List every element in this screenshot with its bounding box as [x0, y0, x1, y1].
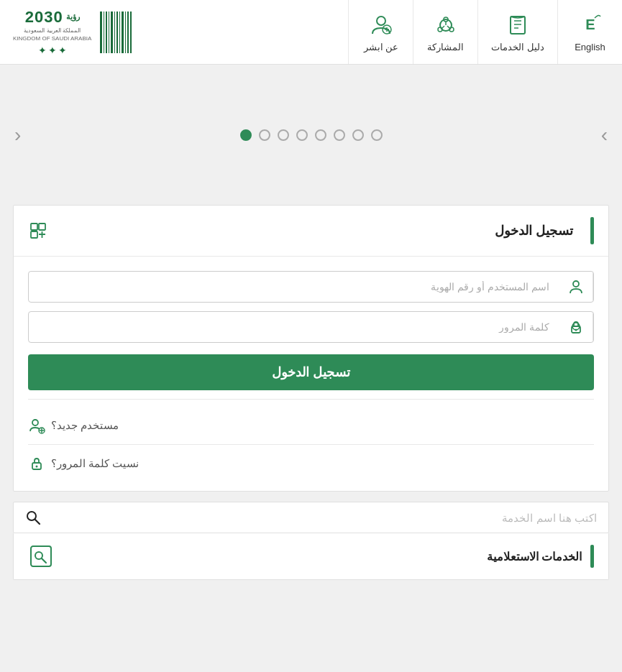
english-icon: E [577, 11, 604, 39]
user-icon [559, 272, 593, 302]
svg-text:E: E [585, 17, 595, 32]
new-user-link[interactable]: مستخدم جديد؟ [28, 413, 594, 438]
svg-point-31 [573, 281, 579, 287]
slider-dot-3[interactable] [334, 129, 345, 141]
new-user-text: مستخدم جديد؟ [51, 419, 119, 432]
svg-rect-0 [100, 11, 102, 53]
new-user-icon [28, 417, 45, 434]
svg-line-22 [447, 26, 449, 28]
search-button[interactable] [25, 510, 41, 525]
username-input[interactable] [29, 272, 559, 301]
svg-rect-29 [39, 224, 45, 230]
search-input[interactable] [48, 512, 597, 524]
slider-next-button[interactable]: › [594, 116, 615, 154]
svg-point-12 [377, 17, 385, 25]
svg-point-41 [27, 512, 36, 520]
slider-dot-6[interactable] [278, 129, 289, 141]
svg-point-35 [32, 420, 38, 425]
services-search-icon [28, 543, 54, 569]
nav-english[interactable]: E English [557, 0, 622, 64]
svg-line-21 [442, 26, 444, 28]
slider-dot-8[interactable] [240, 129, 252, 141]
slider-dots [240, 129, 383, 141]
absher-logo [99, 11, 133, 54]
slider-dot-4[interactable] [315, 129, 326, 141]
login-card-header: تسجيل الدخول [14, 206, 608, 257]
slider-section: ‹ › [0, 65, 622, 205]
login-card: تسجيل الدخول [13, 205, 609, 492]
login-card-body: تسجيل الدخول مستخدم جديد؟ نسيت كلمة الم [14, 257, 608, 491]
forgot-password-text: نسيت كلمة المرور؟ [51, 457, 139, 470]
svg-rect-8 [122, 11, 124, 53]
svg-rect-1 [104, 11, 104, 53]
password-input-group [28, 311, 594, 343]
forgot-password-icon [28, 455, 45, 472]
book-icon [504, 11, 531, 39]
svg-rect-4 [111, 11, 113, 53]
login-button[interactable]: تسجيل الدخول [28, 354, 594, 390]
participation-icon [432, 11, 459, 39]
svg-rect-11 [130, 11, 132, 53]
top-navigation: رؤية 2030 المملكة العربية السعوديةKINGDO… [0, 0, 622, 65]
slider-dot-7[interactable] [259, 129, 270, 141]
svg-point-40 [36, 466, 38, 468]
participation-label: المشاركة [427, 42, 464, 52]
nav-about[interactable]: عن ابشر [348, 0, 413, 64]
slider-dot-2[interactable] [352, 129, 364, 141]
password-icon [559, 312, 593, 342]
logos-area: رؤية 2030 المملكة العربية السعوديةKINGDO… [0, 0, 146, 64]
about-label: عن ابشر [364, 42, 399, 52]
svg-rect-5 [114, 11, 115, 53]
slider-dot-1[interactable] [371, 129, 383, 141]
header-accent-bar [590, 217, 594, 244]
services-accent-bar [590, 545, 594, 568]
password-input[interactable] [29, 313, 559, 341]
svg-rect-9 [125, 11, 126, 53]
svg-rect-10 [127, 11, 129, 53]
services-title: الخدمات الاستعلامية [487, 550, 582, 563]
login-title: تسجيل الدخول [55, 223, 583, 239]
nav-services-guide[interactable]: دليل الخدمات [477, 0, 557, 64]
services-section: الخدمات الاستعلامية [13, 533, 609, 580]
divider-2 [28, 444, 594, 445]
about-icon [367, 11, 395, 39]
svg-rect-6 [116, 11, 118, 53]
svg-rect-7 [119, 11, 120, 53]
slider-prev-button[interactable]: ‹ [7, 116, 28, 154]
vision-logo: رؤية 2030 المملكة العربية السعوديةKINGDO… [13, 8, 91, 56]
search-section [13, 502, 609, 533]
svg-rect-43 [31, 546, 51, 566]
slider-dot-5[interactable] [296, 129, 308, 141]
login-links: مستخدم جديد؟ نسيت كلمة المرور؟ [28, 413, 594, 477]
svg-line-42 [35, 520, 40, 524]
login-header-icon [28, 221, 48, 241]
services-guide-label: دليل الخدمات [491, 42, 544, 52]
svg-rect-2 [106, 11, 107, 53]
divider-1 [28, 399, 594, 400]
svg-rect-28 [31, 224, 37, 230]
svg-rect-23 [511, 17, 525, 34]
svg-rect-30 [31, 231, 37, 238]
username-input-group [28, 271, 594, 303]
nav-participation[interactable]: المشاركة [413, 0, 477, 64]
forgot-password-link[interactable]: نسيت كلمة المرور؟ [28, 451, 594, 477]
svg-rect-3 [109, 11, 109, 53]
svg-line-45 [42, 558, 46, 563]
english-label: English [575, 42, 605, 52]
